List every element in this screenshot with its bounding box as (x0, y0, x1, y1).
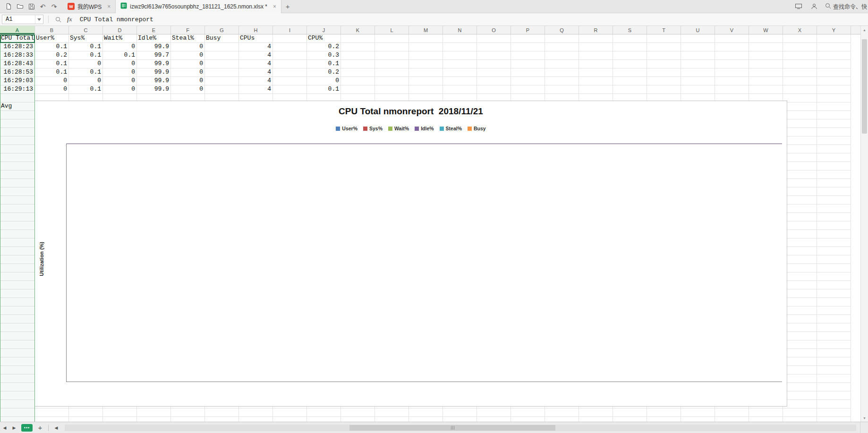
cell[interactable]: 0.3 (307, 51, 341, 60)
cell[interactable]: 0.1 (103, 51, 137, 60)
tab-document[interactable]: izwz9cl613w765osounpbhz_181121_1625.nmon… (115, 0, 281, 13)
column-header-F[interactable]: F (171, 26, 205, 34)
cell[interactable]: 0.1 (307, 60, 341, 68)
cell[interactable]: 0 (307, 77, 341, 85)
cell[interactable]: 0 (171, 77, 205, 85)
column-header-X[interactable]: X (783, 26, 817, 34)
first-sheet-button[interactable]: ◀ (0, 425, 9, 430)
new-tab-button[interactable]: + (281, 1, 294, 12)
cell[interactable]: 0 (171, 85, 205, 94)
cell[interactable]: 0 (171, 43, 205, 51)
column-header-S[interactable]: S (613, 26, 647, 34)
column-header-U[interactable]: U (681, 26, 715, 34)
cell[interactable]: 0.2 (35, 51, 69, 60)
cell[interactable]: 0.1 (69, 68, 103, 77)
cell[interactable]: 0 (171, 68, 205, 77)
cell[interactable]: 4 (239, 85, 273, 94)
command-search[interactable]: 查找命令、快 (825, 2, 867, 10)
column-header-B[interactable]: B (35, 26, 69, 34)
cell[interactable]: 0.1 (35, 60, 69, 68)
insert-function-button[interactable]: fx (67, 16, 72, 23)
column-header-C[interactable]: C (69, 26, 103, 34)
screen-share-icon[interactable] (794, 1, 804, 11)
home-tab-close-icon[interactable]: × (107, 3, 111, 10)
column-header-V[interactable]: V (715, 26, 749, 34)
cell[interactable]: CPU% (307, 34, 341, 43)
column-header-I[interactable]: I (273, 26, 307, 34)
cell[interactable]: 4 (239, 60, 273, 68)
cell[interactable]: CPU Total (0, 34, 35, 43)
cell[interactable]: 0.2 (307, 43, 341, 51)
cell[interactable]: 0 (69, 60, 103, 68)
community-icon[interactable] (809, 1, 819, 11)
cell[interactable]: 16:28:33 (0, 51, 35, 60)
cell[interactable]: 0 (103, 77, 137, 85)
column-header-N[interactable]: N (443, 26, 477, 34)
add-sheet-button[interactable]: + (35, 424, 45, 432)
cell[interactable]: 99.9 (137, 68, 171, 77)
scroll-up-icon[interactable]: ▲ (861, 26, 868, 34)
column-header-W[interactable]: W (749, 26, 783, 34)
cell[interactable]: 0 (103, 68, 137, 77)
cell[interactable]: 99.9 (137, 60, 171, 68)
cell[interactable]: 0 (171, 51, 205, 60)
cell[interactable]: 16:28:23 (0, 43, 35, 51)
cell[interactable]: 0.1 (35, 68, 69, 77)
save-icon[interactable] (26, 1, 36, 11)
cell[interactable]: 0.1 (35, 43, 69, 51)
document-tab-close-icon[interactable]: × (273, 3, 276, 10)
cell[interactable]: 4 (239, 51, 273, 60)
column-header-A[interactable]: A (0, 26, 35, 34)
cell[interactable]: Busy (205, 34, 239, 43)
name-box[interactable]: A1 (2, 15, 43, 24)
cell[interactable]: 99.9 (137, 77, 171, 85)
more-sheets-button[interactable]: ••• (21, 424, 33, 432)
tab-home[interactable]: W 我的WPS × (63, 0, 115, 13)
column-header-H[interactable]: H (239, 26, 273, 34)
cell[interactable]: 0.2 (307, 68, 341, 77)
column-header-M[interactable]: M (409, 26, 443, 34)
column-header-T[interactable]: T (647, 26, 681, 34)
cell[interactable]: Sys% (69, 34, 103, 43)
cell[interactable]: 0 (103, 43, 137, 51)
cell[interactable]: 0.1 (69, 51, 103, 60)
new-file-icon[interactable] (4, 1, 14, 11)
formula-content[interactable]: CPU Total nmonreport (80, 16, 153, 23)
zoom-icon[interactable] (53, 15, 63, 25)
cell[interactable]: 16:28:43 (0, 60, 35, 68)
column-header-Y[interactable]: Y (817, 26, 851, 34)
cell[interactable]: User% (35, 34, 69, 43)
cell[interactable]: CPUs (239, 34, 273, 43)
cell[interactable]: 4 (239, 77, 273, 85)
sheet-grid[interactable]: CPU TotalUser%Sys%Wait%Idle%Steal%BusyCP… (0, 34, 860, 422)
column-header-K[interactable]: K (341, 26, 375, 34)
cell[interactable]: 4 (239, 43, 273, 51)
cell[interactable]: 16:29:13 (0, 85, 35, 94)
cell[interactable]: 0 (103, 85, 137, 94)
column-header-G[interactable]: G (205, 26, 239, 34)
cell[interactable]: 0 (35, 85, 69, 94)
column-header-O[interactable]: O (477, 26, 511, 34)
cell[interactable]: 0 (35, 77, 69, 85)
cell[interactable]: 16:29:03 (0, 77, 35, 85)
cell[interactable]: 0 (103, 60, 137, 68)
cell[interactable]: 4 (239, 68, 273, 77)
cell[interactable]: 99.9 (137, 43, 171, 51)
scroll-down-icon[interactable]: ▼ (861, 414, 868, 422)
vertical-scrollbar[interactable]: ▲ ▼ (860, 26, 868, 422)
horizontal-scroll-thumb[interactable] (349, 425, 555, 431)
cell[interactable]: 0.1 (69, 43, 103, 51)
horizontal-scrollbar[interactable] (65, 425, 856, 431)
cell[interactable]: Avg (0, 102, 35, 111)
cell[interactable]: 0.1 (69, 85, 103, 94)
vertical-scroll-thumb[interactable] (862, 39, 867, 134)
last-sheet-button[interactable]: ▶ (9, 425, 19, 430)
column-header-J[interactable]: J (307, 26, 341, 34)
column-header-R[interactable]: R (579, 26, 613, 34)
name-box-dropdown[interactable] (35, 15, 43, 24)
cell[interactable]: 99.7 (137, 51, 171, 60)
cell[interactable]: Steal% (171, 34, 205, 43)
cell[interactable]: 99.9 (137, 85, 171, 94)
cell[interactable]: 16:28:53 (0, 68, 35, 77)
cell[interactable]: 0 (171, 60, 205, 68)
